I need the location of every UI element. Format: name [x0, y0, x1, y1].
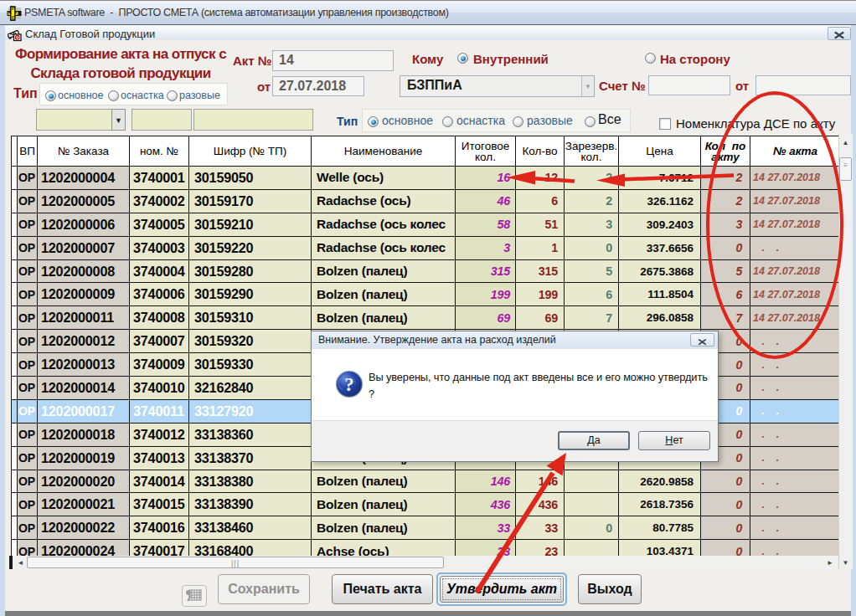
svg-text:?: ? [344, 374, 354, 395]
